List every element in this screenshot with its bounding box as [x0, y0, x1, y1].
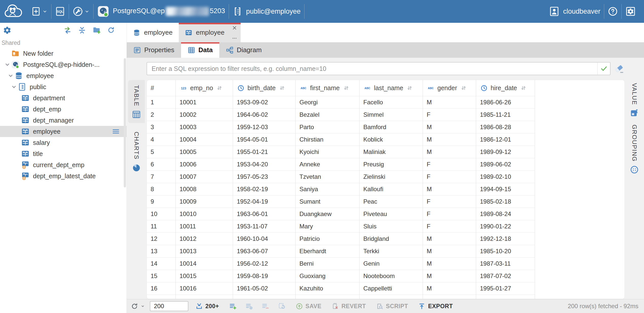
row-number-cell[interactable]: 10	[147, 208, 176, 220]
tree-item-employee[interactable]: employee	[0, 70, 127, 81]
sql-editor-button[interactable]: SQL	[51, 0, 69, 23]
refresh-results-button[interactable]	[131, 303, 145, 310]
data-cell[interactable]: Preusig	[360, 158, 423, 171]
table-row[interactable]: 10100101963-06-01DuangkaewPiveteauF1989-…	[147, 208, 624, 220]
table-row[interactable]: 7100071957-05-23TzvetanZielinskiF1989-02…	[147, 171, 624, 183]
data-cell[interactable]: 10010	[176, 208, 233, 220]
close-tab-icon[interactable]	[231, 25, 238, 31]
data-cell[interactable]: 1989-02-10	[476, 171, 535, 183]
table-row[interactable]: 15100151959-08-19GuoxiangNooteboomM1987-…	[147, 270, 624, 282]
data-cell[interactable]: Anneke	[296, 158, 360, 171]
data-cell[interactable]: Parto	[296, 121, 360, 133]
data-cell[interactable]: Kyoichi	[296, 146, 360, 158]
data-cell[interactable]: 1989-06-02	[476, 158, 535, 171]
table-row[interactable]: 4100041954-05-01ChirstianKoblickM1986-12…	[147, 133, 624, 146]
cloudbeaver-logo[interactable]	[0, 0, 27, 23]
data-cell[interactable]: F	[423, 208, 476, 220]
row-number-cell[interactable]: 1	[147, 96, 176, 109]
clear-filter-eraser-icon[interactable]	[614, 64, 625, 74]
data-cell[interactable]: 10002	[176, 109, 233, 121]
tab-data[interactable]: Data	[181, 42, 219, 58]
row-number-cell[interactable]: 11	[147, 220, 176, 233]
table-row[interactable]: 14100141956-02-12BerniGeninM1987-03-11	[147, 258, 624, 270]
data-cell[interactable]: Bamford	[360, 121, 423, 133]
tree-item-public[interactable]: public	[0, 81, 127, 92]
data-cell[interactable]: M	[423, 258, 476, 270]
data-cell[interactable]: Duangkaew	[296, 208, 360, 220]
row-number-cell[interactable]: 16	[147, 282, 176, 295]
data-cell[interactable]: 1955-01-21	[233, 146, 296, 158]
column-header-emp_no[interactable]: 123emp_no	[176, 80, 233, 96]
settings-button[interactable]	[622, 0, 644, 23]
data-cell[interactable]: Berni	[296, 258, 360, 270]
row-number-cell[interactable]: 9	[147, 195, 176, 208]
tree-item-New folder[interactable]: New folder	[0, 48, 127, 59]
data-cell[interactable]: 1986-08-28	[476, 121, 535, 133]
tree-item-menu-icon[interactable]	[112, 127, 120, 135]
data-cell[interactable]: 10008	[176, 183, 233, 195]
data-cell[interactable]: Sumant	[296, 195, 360, 208]
tree-item-dept_manager[interactable]: dept_manager	[0, 115, 127, 126]
fetch-size-input[interactable]	[150, 301, 188, 311]
tab-employee-table[interactable]: employee	[179, 23, 241, 42]
sort-icon[interactable]	[460, 85, 467, 91]
table-row[interactable]: 13100131963-06-07EberhardtTerkkiM1985-10…	[147, 245, 624, 258]
data-cell[interactable]: 1990-01-22	[476, 220, 535, 233]
duplicate-row-icon[interactable]	[245, 302, 253, 310]
schema-selector[interactable]: public@employee	[229, 0, 304, 23]
data-cell[interactable]: 1959-08-19	[233, 270, 296, 282]
collapse-all-icon[interactable]	[78, 26, 86, 34]
data-cell[interactable]: 1953-04-20	[233, 158, 296, 171]
tree-item-current_dept_emp[interactable]: current_dept_emp	[0, 159, 127, 170]
table-row[interactable]: 6100061953-04-20AnnekePreusigF1989-06-02	[147, 158, 624, 171]
user-menu[interactable]: cloudbeaver	[545, 0, 604, 23]
data-cell[interactable]: 1994-09-15	[476, 183, 535, 195]
table-row[interactable]: 8100081958-02-19SaniyaKalloufiM1994-09-1…	[147, 183, 624, 195]
data-cell[interactable]: Georgi	[296, 96, 360, 109]
tree-item-department[interactable]: department	[0, 92, 127, 104]
column-header-hire_date[interactable]: hire_date	[476, 80, 535, 96]
data-cell[interactable]: Facello	[360, 96, 423, 109]
data-cell[interactable]: 1989-09-12	[476, 146, 535, 158]
data-cell[interactable]: Bridgland	[360, 233, 423, 245]
tree-item-PostgreSQL@ep-hidden-...[interactable]: PostgreSQL@ep-hidden-...	[0, 59, 127, 70]
connection-selector[interactable]: PostgreSQL@ep5203	[94, 0, 229, 23]
table-row[interactable]: 5100051955-01-21KyoichiMaliniakM1989-09-…	[147, 146, 624, 158]
data-cell[interactable]: Simmel	[360, 109, 423, 121]
tree-item-title[interactable]: title	[0, 148, 127, 159]
column-header-last_name[interactable]: ABClast_name	[360, 80, 423, 96]
data-cell[interactable]: 1954-05-01	[233, 133, 296, 146]
data-cell[interactable]: 1963-06-01	[233, 208, 296, 220]
data-cell[interactable]: 10012	[176, 233, 233, 245]
data-cell[interactable]: 10003	[176, 121, 233, 133]
data-cell[interactable]: 1960-10-04	[233, 233, 296, 245]
data-cell[interactable]: M	[423, 121, 476, 133]
export-button[interactable]: EXPORT	[418, 303, 453, 310]
sort-icon[interactable]	[216, 85, 223, 91]
data-cell[interactable]: Sluis	[360, 220, 423, 233]
data-cell[interactable]: Patricio	[296, 233, 360, 245]
data-cell[interactable]: 10007	[176, 171, 233, 183]
tree-item-dept_emp[interactable]: dept_emp	[0, 104, 127, 115]
row-number-cell[interactable]: 3	[147, 121, 176, 133]
data-cell[interactable]: Guoxiang	[296, 270, 360, 282]
data-cell[interactable]: 1985-10-20	[476, 245, 535, 258]
column-header-first_name[interactable]: ABCfirst_name	[296, 80, 360, 96]
data-cell[interactable]: 10015	[176, 270, 233, 282]
script-button[interactable]: SCRIPT	[376, 303, 408, 310]
data-cell[interactable]: F	[423, 171, 476, 183]
data-cell[interactable]: M	[423, 96, 476, 109]
data-cell[interactable]: 1995-01-27	[476, 282, 535, 295]
column-header-gender[interactable]: ABCgender	[423, 80, 476, 96]
data-cell[interactable]: 1964-06-02	[233, 109, 296, 121]
data-cell[interactable]: M	[423, 233, 476, 245]
data-cell[interactable]: M	[423, 270, 476, 282]
data-cell[interactable]: 1989-08-24	[476, 208, 535, 220]
data-cell[interactable]: 1985-11-21	[476, 109, 535, 121]
data-cell[interactable]: F	[423, 195, 476, 208]
data-cell[interactable]: Maliniak	[360, 146, 423, 158]
data-cell[interactable]: 10011	[176, 220, 233, 233]
new-connection-button[interactable]	[27, 0, 51, 23]
data-cell[interactable]: F	[423, 109, 476, 121]
tab-value-panel[interactable]: VALUE	[630, 83, 639, 118]
